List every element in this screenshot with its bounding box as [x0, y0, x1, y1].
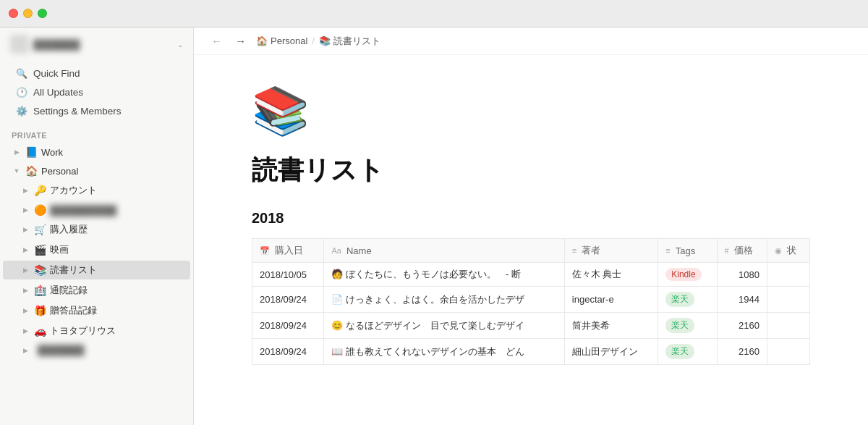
tag-badge: 楽天 — [665, 292, 694, 307]
sidebar-item-label: ██████████ — [50, 205, 116, 216]
work-icon: 📘 — [25, 146, 38, 158]
list-icon: ≡ — [572, 246, 576, 255]
table-row[interactable]: 2018/10/05🧑 ぼくたちに、もうモノは必要ない。 - 断佐々木 典士Ki… — [252, 263, 810, 287]
breadcrumb-reading[interactable]: 📚 読書リスト — [319, 35, 380, 48]
personal-breadcrumb-icon: 🏠 — [256, 35, 268, 46]
traffic-lights — [9, 9, 47, 18]
books-icon: 📚 — [34, 264, 46, 276]
col-label: 購入日 — [275, 244, 303, 257]
cell-name: 📄 けっきょく、よはく。余白を活かしたデザ — [324, 287, 564, 313]
cell-status — [767, 339, 810, 365]
sidebar-item-shopping[interactable]: ▶ 🛒 購入履歴 — [3, 220, 190, 239]
chevron-right-icon: ▶ — [12, 148, 22, 156]
col-label: Tags — [676, 245, 695, 256]
cell-status — [767, 263, 810, 287]
gear-icon: ⚙️ — [16, 106, 27, 117]
col-header-status[interactable]: ◉ 状 — [767, 239, 810, 263]
chevron-right-icon: ▶ — [20, 327, 30, 334]
workspace-icon — [10, 35, 29, 54]
cell-tags: 楽天 — [658, 313, 717, 339]
chevron-down-icon: ⌄ — [177, 41, 183, 49]
cell-name: 🧑 ぼくたちに、もうモノは必要ない。 - 断 — [324, 263, 564, 287]
sidebar-item-hospital[interactable]: ▶ 🏥 通院記録 — [3, 281, 190, 300]
col-header-price[interactable]: # 価格 — [717, 239, 767, 263]
hospital-icon: 🏥 — [34, 285, 46, 296]
status-icon: ◉ — [775, 246, 782, 256]
sidebar-item-reading[interactable]: ▶ 📚 読書リスト — [3, 261, 190, 279]
col-header-name[interactable]: Aa Name — [324, 239, 564, 263]
sidebar-item-movies[interactable]: ▶ 🎬 映画 — [3, 240, 190, 259]
cell-name: 📖 誰も教えてくれないデザインの基本 どん — [324, 339, 564, 365]
close-button[interactable] — [9, 9, 18, 18]
sidebar-item-all-updates[interactable]: 🕐 All Updates — [4, 83, 189, 101]
sidebar-item-settings[interactable]: ⚙️ Settings & Members — [4, 102, 189, 120]
number-icon: # — [725, 246, 729, 255]
clock-icon: 🕐 — [16, 87, 27, 98]
orange-icon: 🟠 — [34, 204, 46, 216]
sidebar-item-label: Personal — [41, 166, 78, 177]
sidebar-item-blurred1[interactable]: ▶ 🟠 ██████████ — [3, 201, 190, 219]
minimize-button[interactable] — [23, 9, 33, 18]
cell-price: 2160 — [717, 339, 767, 365]
cell-name: 😊 なるほどデザイン 目で見て楽しむデザイ — [324, 313, 564, 339]
private-section-label: PRIVATE — [0, 124, 193, 143]
forward-button[interactable]: → — [232, 33, 249, 49]
sidebar-item-label: 映画 — [50, 243, 69, 256]
cell-tags: Kindle — [658, 263, 717, 287]
page-title: 読書リスト — [252, 153, 810, 188]
cart-icon: 🛒 — [34, 224, 46, 235]
chevron-down-icon: ▼ — [12, 167, 22, 174]
sidebar-item-label: トヨタプリウス — [50, 324, 116, 337]
sidebar-item-work[interactable]: ▶ 📘 Work — [3, 143, 190, 161]
table-row[interactable]: 2018/09/24😊 なるほどデザイン 目で見て楽しむデザイ筒井美希楽天216… — [252, 313, 810, 339]
sidebar-item-blurred2[interactable]: ▶ ███████ — [3, 342, 190, 358]
tag-badge: 楽天 — [665, 344, 694, 359]
col-label: Name — [346, 245, 372, 256]
cell-author: ingectar-e — [564, 287, 658, 313]
tag-badge: 楽天 — [665, 318, 694, 333]
sidebar-item-label: ███████ — [38, 345, 84, 355]
top-bar: ← → 🏠 Personal / 📚 読書リスト — [194, 28, 868, 55]
sidebar-item-label: 贈答品記録 — [50, 304, 97, 317]
personal-icon: 🏠 — [25, 165, 38, 177]
col-header-tags[interactable]: ≡ Tags — [658, 239, 717, 263]
page-area: 📚 読書リスト 2018 📅 購入日 Aa — [194, 55, 868, 425]
sidebar-item-quick-find[interactable]: 🔍 Quick Find — [4, 64, 189, 83]
sidebar: ███████ ⌄ 🔍 Quick Find 🕐 All Updates ⚙️ … — [0, 28, 194, 425]
breadcrumb-separator: / — [312, 35, 315, 46]
sidebar-nav-label: All Updates — [33, 87, 83, 98]
sidebar-item-label: 購入履歴 — [50, 223, 88, 236]
cell-price: 1080 — [717, 263, 767, 287]
calendar-icon: 📅 — [260, 246, 270, 256]
sidebar-item-gifts[interactable]: ▶ 🎁 贈答品記録 — [3, 301, 190, 320]
tag-badge: Kindle — [665, 268, 701, 281]
sidebar-item-toyota[interactable]: ▶ 🚗 トヨタプリウス — [3, 321, 190, 340]
chevron-right-icon: ▶ — [20, 206, 30, 214]
cell-tags: 楽天 — [658, 287, 717, 313]
app-body: ███████ ⌄ 🔍 Quick Find 🕐 All Updates ⚙️ … — [0, 28, 868, 425]
sidebar-item-accounts[interactable]: ▶ 🔑 アカウント — [3, 181, 190, 200]
chevron-right-icon: ▶ — [20, 287, 30, 294]
workspace-header[interactable]: ███████ ⌄ — [0, 28, 193, 61]
col-label: 著者 — [582, 244, 600, 257]
sidebar-item-label: アカウント — [50, 184, 97, 197]
sidebar-item-personal[interactable]: ▼ 🏠 Personal — [3, 162, 190, 180]
cell-author: 筒井美希 — [564, 313, 658, 339]
col-header-author[interactable]: ≡ 著者 — [564, 239, 658, 263]
reading-breadcrumb-icon: 📚 — [319, 35, 331, 46]
section-2018: 2018 — [252, 210, 810, 227]
cell-date: 2018/10/05 — [252, 263, 324, 287]
sidebar-item-label: Work — [41, 147, 63, 158]
zoom-button[interactable] — [38, 9, 47, 18]
cell-price: 2160 — [717, 313, 767, 339]
table-row[interactable]: 2018/09/24📖 誰も教えてくれないデザインの基本 どん細山田デザイン楽天… — [252, 339, 810, 365]
car-icon: 🚗 — [34, 325, 46, 337]
cell-date: 2018/09/24 — [252, 287, 324, 313]
back-button[interactable]: ← — [208, 33, 225, 49]
row-emoji: 😊 — [331, 320, 343, 331]
breadcrumb-personal[interactable]: 🏠 Personal — [256, 35, 307, 46]
table-row[interactable]: 2018/09/24📄 けっきょく、よはく。余白を活かしたデザingectar-… — [252, 287, 810, 313]
chevron-right-icon: ▶ — [20, 226, 30, 233]
sidebar-nav: 🔍 Quick Find 🕐 All Updates ⚙️ Settings &… — [0, 61, 193, 124]
col-header-date[interactable]: 📅 購入日 — [252, 239, 324, 263]
